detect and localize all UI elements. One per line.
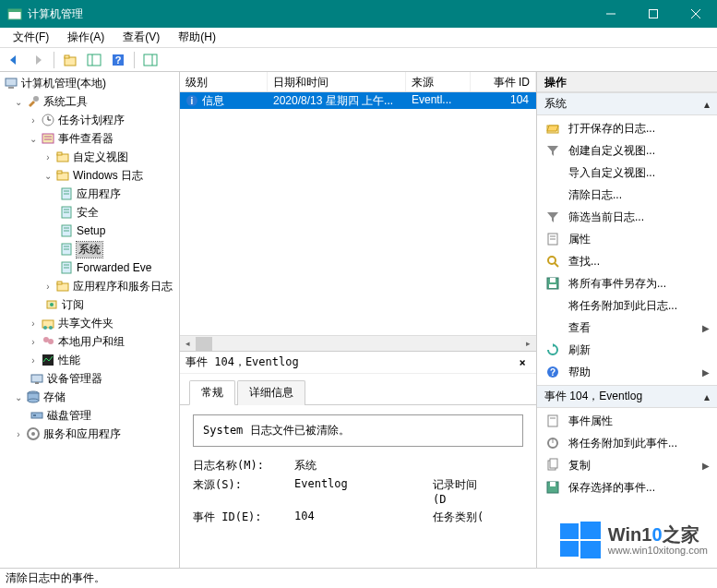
tree-sharedfolders[interactable]: ›共享文件夹	[0, 314, 179, 332]
tree-root[interactable]: 计算机管理(本地)	[0, 74, 179, 92]
action-import-custom[interactable]: 导入自定义视图...	[537, 162, 717, 184]
details-body: System 日志文件已被清除。 日志名称(M):系统 来源(S):Eventl…	[180, 405, 536, 568]
navigation-tree[interactable]: 计算机管理(本地) ⌄系统工具 ›任务计划程序 ⌄事件查看器 ›自定义视图 ⌄W…	[0, 72, 180, 568]
menu-action[interactable]: 操作(A)	[60, 28, 112, 47]
action-properties[interactable]: 属性	[537, 228, 717, 250]
caret-down-icon[interactable]: ⌄	[13, 96, 24, 107]
computer-icon	[4, 76, 18, 90]
svg-rect-1	[8, 9, 21, 12]
caret-right-icon[interactable]: ›	[42, 281, 54, 292]
minimize-button[interactable]	[590, 0, 632, 28]
tree-customviews[interactable]: ›自定义视图	[0, 148, 179, 166]
forward-button[interactable]	[28, 50, 48, 70]
grid-row-selected[interactable]: i 信息 2020/8/13 星期四 上午... Eventl... 104	[180, 92, 536, 109]
tree-subscriptions[interactable]: 订阅	[0, 295, 179, 314]
tree-diskmgmt[interactable]: 磁盘管理	[0, 406, 179, 425]
tree-performance[interactable]: ›性能	[0, 351, 179, 369]
tree-devicemgr[interactable]: 设备管理器	[0, 369, 179, 388]
actions-group-system[interactable]: 系统▴	[537, 92, 717, 115]
svg-point-60	[31, 432, 35, 436]
tree-localusers[interactable]: ›本地用户和组	[0, 332, 179, 351]
info-icon: i	[185, 94, 198, 107]
scroll-right-button[interactable]: ▸	[520, 337, 536, 351]
tree-appservlogs[interactable]: ›应用程序和服务日志	[0, 277, 179, 295]
action-view[interactable]: 查看▶	[537, 317, 717, 339]
folder-icon	[55, 150, 70, 164]
properties-icon	[544, 232, 561, 246]
attach-icon	[544, 436, 561, 450]
tree-winlogs[interactable]: ⌄Windows 日志	[0, 166, 179, 185]
tree-services[interactable]: ›服务和应用程序	[0, 425, 179, 443]
close-button[interactable]	[675, 0, 717, 28]
cell-level: i 信息	[180, 92, 268, 109]
menu-help[interactable]: 帮助(H)	[171, 28, 223, 47]
svg-rect-85	[580, 541, 601, 558]
open-folder-icon	[544, 121, 561, 136]
col-source[interactable]: 来源	[406, 72, 471, 91]
caret-right-icon[interactable]: ›	[28, 318, 39, 329]
eventid-value: 104	[294, 510, 433, 525]
caret-right-icon[interactable]: ›	[13, 428, 24, 439]
scroll-left-button[interactable]: ◂	[180, 337, 196, 351]
show-hide-tree-button[interactable]	[84, 50, 104, 70]
details-close-button[interactable]: ×	[514, 356, 531, 369]
col-level[interactable]: 级别	[180, 72, 268, 91]
tree-eventviewer[interactable]: ⌄事件查看器	[0, 129, 179, 148]
caret-right-icon[interactable]: ›	[42, 151, 54, 162]
tree-storage[interactable]: ⌄存储	[0, 388, 179, 406]
menu-file[interactable]: 文件(F)	[6, 28, 56, 47]
log-icon	[59, 205, 74, 220]
tree-setup[interactable]: Setup	[0, 222, 179, 240]
tree-forwarded[interactable]: Forwarded Eve	[0, 258, 179, 277]
log-icon	[59, 223, 74, 238]
help-icon: ?	[544, 365, 561, 379]
grid-body[interactable]: i 信息 2020/8/13 星期四 上午... Eventl... 104	[180, 92, 536, 335]
action-create-custom[interactable]: 创建自定义视图...	[537, 139, 717, 162]
action-copy[interactable]: 复制▶	[537, 454, 717, 476]
tree-security[interactable]: 安全	[0, 203, 179, 222]
svg-rect-82	[560, 523, 579, 539]
action-attach-event[interactable]: 将任务附加到此事件...	[537, 432, 717, 454]
caret-down-icon[interactable]: ⌄	[28, 133, 39, 144]
collapse-icon[interactable]: ▴	[704, 98, 710, 111]
action-save-sel[interactable]: 保存选择的事件...	[537, 476, 717, 498]
maximize-button[interactable]	[632, 0, 675, 28]
action-save-all[interactable]: 将所有事件另存为...	[537, 272, 717, 294]
blank-icon	[544, 187, 561, 202]
folder-icon	[55, 279, 70, 294]
caret-down-icon[interactable]: ⌄	[42, 170, 54, 181]
svg-rect-3	[650, 10, 658, 18]
back-button[interactable]	[4, 50, 24, 70]
up-button[interactable]	[60, 50, 80, 70]
caret-right-icon[interactable]: ›	[28, 354, 39, 366]
collapse-icon[interactable]: ▴	[704, 390, 710, 403]
action-refresh[interactable]: 刷新	[537, 339, 717, 361]
action-filter-log[interactable]: 筛选当前日志...	[537, 206, 717, 228]
col-datetime[interactable]: 日期和时间	[268, 72, 406, 91]
caret-right-icon[interactable]: ›	[28, 114, 39, 126]
tree-system[interactable]: 系统	[0, 240, 179, 258]
action-open-saved[interactable]: 打开保存的日志...	[537, 117, 717, 139]
action-attach-task[interactable]: 将任务附加到此日志...	[537, 294, 717, 317]
show-hide-action-button[interactable]	[140, 50, 161, 70]
tree-systools[interactable]: ⌄系统工具	[0, 92, 179, 111]
caret-right-icon[interactable]: ›	[28, 336, 39, 347]
tab-general[interactable]: 常规	[189, 380, 235, 405]
action-help[interactable]: ?帮助▶	[537, 361, 717, 383]
actions-group-event[interactable]: 事件 104，Eventlog▴	[537, 385, 717, 408]
action-clear-log[interactable]: 清除日志...	[537, 184, 717, 206]
horizontal-scrollbar[interactable]: ◂ ▸	[180, 335, 536, 351]
tree-application[interactable]: 应用程序	[0, 185, 179, 203]
action-event-props[interactable]: 事件属性	[537, 410, 717, 432]
action-find[interactable]: 查找...	[537, 250, 717, 272]
event-message: System 日志文件已被清除。	[193, 414, 523, 447]
tree-tasksched[interactable]: ›任务计划程序	[0, 111, 179, 129]
col-eventid[interactable]: 事件 ID	[471, 72, 536, 91]
menu-view[interactable]: 查看(V)	[115, 28, 167, 47]
window-title: 计算机管理	[28, 6, 590, 22]
tab-details[interactable]: 详细信息	[237, 380, 305, 405]
help-button[interactable]: ?	[108, 50, 128, 70]
svg-point-67	[548, 257, 556, 264]
scroll-thumb[interactable]	[196, 337, 212, 351]
caret-down-icon[interactable]: ⌄	[13, 391, 24, 402]
